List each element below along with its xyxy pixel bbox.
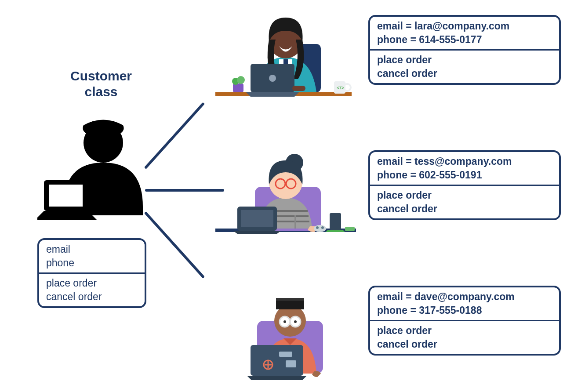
dave-phone: phone = 317-555-0188 [377,304,552,317]
instance-attributes-dave: email = dave@company.com phone = 317-555… [370,287,559,320]
class-attributes-section: email phone [39,240,145,272]
svg-point-7 [269,75,276,82]
svg-rect-15 [292,86,305,91]
class-attr-email: email [46,243,138,256]
avatar-dave [220,272,360,384]
instance-methods-lara: place order cancel order [370,51,559,83]
lara-phone: phone = 614-555-0177 [377,33,552,47]
diagram-stage: Customer class email phone place order [0,0,574,392]
connector-to-lara [144,102,205,169]
svg-point-43 [283,320,286,323]
customer-class-icon [37,114,152,230]
svg-point-33 [316,226,319,229]
instance-methods-dave: place order cancel order [370,321,559,354]
customer-class-title: Customer class [53,68,149,100]
svg-point-44 [294,320,297,323]
tess-email: email = tess@company.com [377,155,552,168]
svg-rect-38 [276,300,304,309]
title-line-2: class [84,84,117,99]
svg-rect-29 [294,215,296,229]
svg-rect-1 [49,185,83,207]
svg-rect-39 [276,298,304,301]
svg-text:</>: </> [337,85,344,91]
instance-attributes-tess: email = tess@company.com phone = 602-555… [370,152,559,185]
avatar-tess [207,136,365,243]
svg-point-32 [314,225,326,232]
instance-box-tess: email = tess@company.com phone = 602-555… [368,150,561,220]
dave-place-order: place order [377,324,552,338]
svg-marker-46 [247,376,307,380]
svg-point-34 [321,226,324,229]
tess-cancel-order: cancel order [377,202,552,216]
svg-point-11 [237,76,245,84]
svg-marker-28 [233,231,281,234]
instance-box-dave: email = dave@company.com phone = 317-555… [368,286,561,356]
lara-place-order: place order [377,53,552,67]
avatar-lara: </> [207,4,360,107]
lara-cancel-order: cancel order [377,67,552,80]
svg-rect-51 [286,360,296,367]
class-method-cancel-order: cancel order [46,290,138,304]
instance-box-lara: email = lara@company.com phone = 614-555… [368,15,561,85]
instance-attributes-lara: email = lara@company.com phone = 614-555… [370,17,559,49]
svg-rect-30 [330,213,341,230]
class-attr-phone: phone [46,256,138,270]
lara-email: email = lara@company.com [377,19,552,33]
dave-cancel-order: cancel order [377,338,552,351]
svg-marker-8 [246,92,299,97]
svg-marker-2 [37,211,97,220]
svg-rect-50 [279,352,292,357]
tess-place-order: place order [377,189,552,202]
svg-rect-9 [233,83,243,92]
instance-methods-tess: place order cancel order [370,186,559,218]
svg-rect-35 [345,227,355,231]
dave-email: email = dave@company.com [377,290,552,304]
customer-class-box: email phone place order cancel order [37,238,146,308]
tess-phone: phone = 602-555-0191 [377,168,552,182]
class-method-place-order: place order [46,276,138,290]
svg-marker-31 [326,230,345,232]
title-line-1: Customer [70,69,132,83]
connector-to-dave [144,211,205,279]
svg-rect-27 [241,210,273,227]
class-methods-section: place order cancel order [39,274,145,306]
